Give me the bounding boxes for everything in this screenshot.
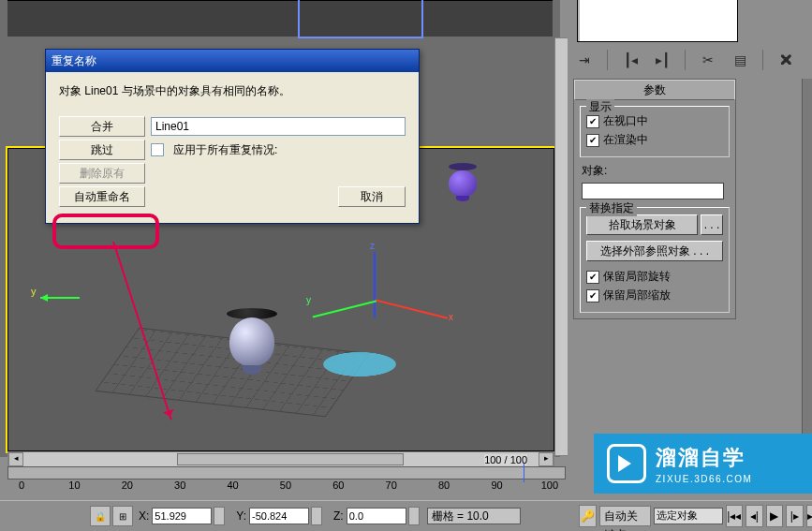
x-coord-input[interactable] [152, 508, 212, 524]
x-spinner[interactable] [214, 507, 225, 525]
prev-frame-button[interactable]: ◂| [746, 505, 763, 527]
delete-original-button[interactable]: 删除原有 [59, 163, 145, 184]
pick-scene-more-button[interactable]: . . . [701, 214, 723, 235]
dialog-message: 对象 Line01 与场景中的对象具有相同的名称。 [59, 83, 406, 99]
lock-icon[interactable]: 🔒 [90, 506, 111, 526]
object-label: 对象: [582, 163, 728, 179]
in-viewport-label: 在视口中 [603, 113, 648, 129]
prev-sample-icon[interactable]: ┃◂ [619, 49, 642, 71]
time-readout: 100 / 100 [484, 454, 527, 465]
axis-label-y: y [306, 295, 311, 305]
apply-all-checkbox[interactable] [151, 143, 164, 156]
replace-group: 替换指定 拾取场景对象 . . . 选择外部参照对象 . . . ✔保留局部旋转… [580, 207, 730, 313]
viewport-top [7, 0, 553, 37]
pick-xref-button[interactable]: 选择外部参照对象 . . . [586, 241, 723, 261]
z-coord-input[interactable] [347, 508, 406, 524]
scroll-left-button[interactable]: ◂ [8, 452, 23, 466]
preview-toolbar: ⇥ ┃◂ ▸┃ ✂ ▤ 🗙 [573, 49, 797, 71]
cut-icon[interactable]: ✂ [697, 49, 719, 71]
watermark-text-en: ZIXUE.3D66.COM [656, 474, 752, 484]
z-spinner[interactable] [408, 507, 420, 525]
in-viewport-checkbox[interactable]: ✔ [586, 115, 599, 128]
parameters-title[interactable]: 参数 [574, 80, 735, 100]
cancel-button[interactable]: 取消 [338, 186, 406, 207]
auto-key-button[interactable]: 自动关键点 [599, 506, 651, 526]
time-slider[interactable]: ◂ 100 / 100 ▸ [7, 451, 554, 467]
keep-scale-checkbox[interactable]: ✔ [586, 289, 599, 302]
x-label: X: [139, 509, 149, 523]
material-preview [577, 0, 738, 42]
y-spinner[interactable] [311, 507, 322, 525]
pin-icon[interactable]: ⇥ [573, 49, 596, 71]
command-panel: ⇥ ┃◂ ▸┃ ✂ ▤ 🗙 参数 显示 ✔在视口中 ✔在渲染中 对象: 替换指定… [568, 0, 812, 500]
y-label: Y: [236, 509, 246, 523]
world-axis-side: y [37, 291, 83, 307]
grid-readout: 栅格 = 10.0 [427, 508, 521, 524]
axis-label-x: x [449, 312, 453, 322]
next-sample-icon[interactable]: ▸┃ [651, 49, 673, 71]
delete-icon[interactable]: 🗙 [775, 49, 797, 71]
auto-rename-button[interactable]: 自动重命名 [59, 186, 145, 207]
watermark: 溜溜自学 ZIXUE.3D66.COM [594, 434, 812, 494]
coord-mode-icon[interactable]: ⊞ [112, 506, 133, 526]
time-slider-thumb[interactable] [177, 453, 404, 465]
pick-scene-button[interactable]: 拾取场景对象 [586, 214, 698, 235]
in-render-label: 在渲染中 [603, 132, 648, 148]
object-name-field[interactable]: Line01 [151, 117, 406, 136]
display-legend: 显示 [586, 99, 614, 115]
play-button[interactable]: ▶ [766, 505, 784, 527]
key-filter-input[interactable] [654, 508, 723, 524]
add-key-button[interactable]: 🔑 [579, 505, 597, 527]
wireframe-object [298, 0, 423, 38]
next-frame-button[interactable]: |▸ [786, 505, 804, 527]
skip-button[interactable]: 跳过 [59, 140, 145, 160]
goto-end-button[interactable]: ▸▸| [806, 505, 813, 527]
keep-rotation-label: 保留局部旋转 [603, 269, 671, 285]
y-coord-input[interactable] [249, 508, 309, 524]
keep-rotation-checkbox[interactable]: ✔ [586, 271, 599, 284]
axis-label-z: z [370, 241, 375, 251]
z-label: Z: [333, 509, 344, 523]
goto-start-button[interactable]: |◂◂ [726, 505, 744, 527]
replace-legend: 替换指定 [586, 200, 637, 216]
playback-controls: 🔑 自动关键点 |◂◂ ◂| ▶ |▸ ▸▸| [579, 500, 812, 531]
play-logo-icon [607, 444, 646, 483]
scroll-right-button[interactable]: ▸ [539, 452, 554, 466]
display-group: 显示 ✔在视口中 ✔在渲染中 [580, 106, 730, 157]
apply-all-label: 应用于所有重复情况: [173, 142, 277, 158]
selection-disc [317, 350, 402, 378]
scene-object-vase-small[interactable] [447, 163, 479, 206]
object-name-input[interactable] [582, 183, 724, 199]
merge-button[interactable]: 合并 [59, 116, 145, 137]
in-render-checkbox[interactable]: ✔ [586, 134, 599, 147]
scene-object-vase-big[interactable] [224, 308, 280, 392]
options-icon[interactable]: ▤ [729, 49, 751, 71]
duplicate-name-dialog: 重复名称 对象 Line01 与场景中的对象具有相同的名称。 合并 Line01… [45, 49, 420, 224]
keep-scale-label: 保留局部缩放 [603, 288, 671, 303]
watermark-text-cn: 溜溜自学 [656, 444, 752, 472]
parameters-rollout: 参数 显示 ✔在视口中 ✔在渲染中 对象: 替换指定 拾取场景对象 . . . … [573, 79, 736, 319]
dialog-title[interactable]: 重复名称 [46, 50, 419, 72]
timeline-ruler[interactable]: 0102030405060708090100 [0, 466, 571, 496]
panel-scroll-handle[interactable] [802, 79, 812, 463]
timeline-tick-labels: 0102030405060708090100 [7, 479, 564, 494]
svg-marker-1 [40, 294, 48, 302]
